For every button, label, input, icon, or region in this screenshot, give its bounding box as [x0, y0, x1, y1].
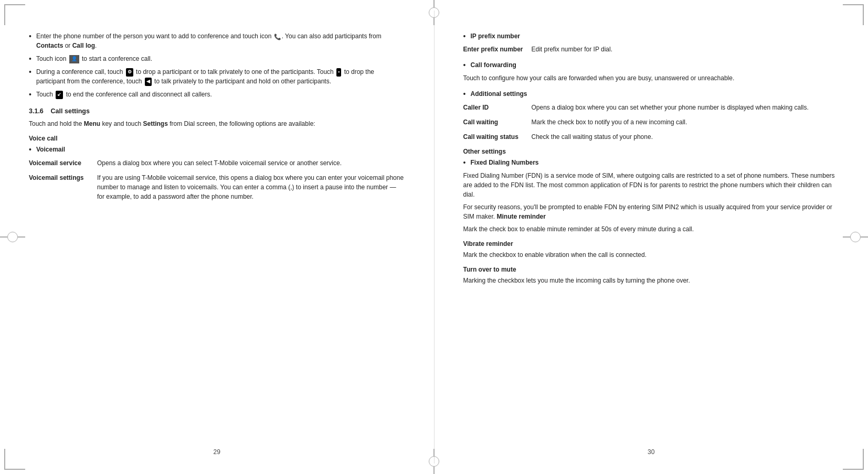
ip-prefix-bullet: • IP prefix number — [463, 31, 840, 41]
voicemail-bullet: • Voicemail — [29, 145, 405, 154]
bullet-item-2: • Touch icon 👤 to start a conference cal… — [29, 54, 405, 63]
turn-over-desc: Marking the checkbox lets you mute the i… — [463, 276, 840, 285]
call-forwarding-bullet: • Call forwarding — [463, 60, 840, 70]
bullet-dot-4: • — [29, 90, 36, 99]
call-waiting-row: Call waiting Mark the check box to notif… — [463, 117, 840, 127]
private-icon: ◀ — [145, 78, 152, 86]
voicemail-settings-row: Voicemail settings If you are using T-Mo… — [29, 173, 405, 201]
manage-icon: ⚙ — [126, 68, 133, 77]
vibrate-reminder-desc: Mark the checkbox to enable vibration wh… — [463, 250, 840, 260]
page-number-left: 29 — [214, 448, 220, 456]
section-number: 3.1.6 — [29, 107, 44, 115]
voicemail-settings-desc: If you are using T-Mobile voicemail serv… — [97, 173, 405, 201]
enter-prefix-row: Enter prefix number Edit prefix number f… — [463, 45, 840, 54]
call-forwarding-text: Call forwarding — [471, 60, 840, 70]
bullet-text-3: During a conference call, touch ⚙ to dro… — [36, 67, 405, 86]
phone-icon-1: 📞 — [274, 33, 281, 41]
call-waiting-label: Call waiting — [463, 117, 532, 127]
fdn-dot: • — [463, 158, 471, 167]
call-waiting-desc: Mark the check box to notify you of a ne… — [532, 117, 840, 127]
caller-id-desc: Opens a dialog box where you can set whe… — [532, 103, 840, 112]
minute-reminder-desc: Mark the check box to enable minute remi… — [463, 224, 840, 234]
call-forwarding-desc: Touch to configure how your calls are fo… — [463, 73, 840, 83]
page-number-right: 30 — [648, 448, 654, 456]
left-page: • Enter the phone number of the person y… — [0, 0, 434, 474]
bullet-dot-1: • — [29, 31, 36, 41]
fdn-desc2: For security reasons, you'll be prompted… — [463, 202, 840, 221]
turn-over-heading: Turn over to mute — [463, 266, 840, 273]
bullet-text-2: Touch icon 👤 to start a conference call. — [36, 54, 405, 63]
drop-icon: ▪ — [336, 68, 341, 77]
call-waiting-status-row: Call waiting status Check the call waiti… — [463, 132, 840, 142]
call-waiting-status-label: Call waiting status — [463, 132, 532, 142]
bullet-text-4: Touch ↙ to end the conference call and d… — [36, 90, 405, 99]
other-settings-heading: Other settings — [463, 148, 840, 155]
section-heading-316: 3.1.6 Call settings — [29, 107, 405, 115]
call-waiting-status-desc: Check the call waiting status of your ph… — [532, 132, 840, 142]
ip-prefix-text: IP prefix number — [471, 31, 840, 41]
caller-id-row: Caller ID Opens a dialog box where you c… — [463, 103, 840, 112]
right-page: • IP prefix number Enter prefix number E… — [435, 0, 869, 474]
bullet-dot-2: • — [29, 54, 36, 63]
caller-id-label: Caller ID — [463, 103, 532, 112]
bullet-item-1: • Enter the phone number of the person y… — [29, 31, 405, 50]
person-icon: 👤 — [69, 55, 79, 63]
voicemail-bullet-dot: • — [29, 145, 36, 154]
fdn-bullet: • Fixed Dialing Numbers — [463, 158, 840, 167]
ip-prefix-dot: • — [463, 31, 471, 41]
voicemail-service-row: Voicemail service Opens a dialog box whe… — [29, 158, 405, 168]
enter-prefix-label: Enter prefix number — [463, 45, 532, 54]
voicemail-service-desc: Opens a dialog box where you can select … — [97, 158, 405, 168]
additional-settings-bullet: • Additional settings — [463, 89, 840, 99]
voicemail-bullet-text: Voicemail — [36, 145, 405, 154]
additional-settings-text: Additional settings — [471, 89, 840, 99]
vibrate-reminder-heading: Vibrate reminder — [463, 240, 840, 247]
end-call-icon: ↙ — [56, 91, 63, 99]
call-forwarding-dot: • — [463, 60, 471, 70]
corner-mark-bl — [4, 449, 25, 470]
voicemail-settings-label: Voicemail settings — [29, 173, 97, 201]
fdn-desc1: Fixed Dialing Number (FDN) is a service … — [463, 171, 840, 199]
additional-settings-dot: • — [463, 89, 471, 99]
voicemail-service-label: Voicemail service — [29, 158, 97, 168]
voice-call-heading: Voice call — [29, 135, 405, 142]
bullet-item-4: • Touch ↙ to end the conference call and… — [29, 90, 405, 99]
section-intro: Touch and hold the Menu key and touch Se… — [29, 119, 405, 128]
corner-mark-tl — [4, 4, 25, 25]
section-title: Call settings — [45, 107, 90, 115]
corner-mark-tr — [843, 4, 864, 25]
bullet-text-1: Enter the phone number of the person you… — [36, 31, 405, 50]
fdn-text: Fixed Dialing Numbers — [471, 158, 840, 167]
enter-prefix-desc: Edit prefix number for IP dial. — [532, 45, 840, 54]
bullet-dot-3: • — [29, 67, 36, 77]
corner-mark-br — [843, 449, 864, 470]
bullet-item-3: • During a conference call, touch ⚙ to d… — [29, 67, 405, 86]
